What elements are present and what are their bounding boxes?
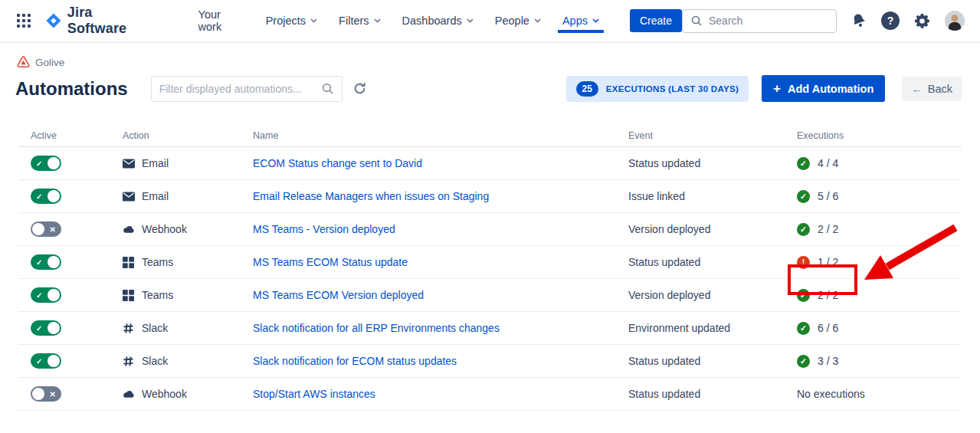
event-label: Status updated bbox=[628, 355, 797, 367]
executions-value: 4 / 4 bbox=[818, 157, 838, 169]
nav-item-people[interactable]: People bbox=[484, 8, 552, 33]
app-switcher-icon[interactable] bbox=[17, 14, 31, 28]
table-row: ✓ Slack Slack notification for all ERP E… bbox=[18, 312, 962, 345]
slack-icon bbox=[123, 356, 135, 367]
jira-diamond-icon bbox=[45, 12, 62, 29]
search-input[interactable] bbox=[709, 15, 828, 27]
automation-name-link[interactable]: MS Teams ECOM Status update bbox=[253, 256, 408, 268]
active-toggle[interactable]: ✕ bbox=[31, 221, 61, 237]
column-header-active: Active bbox=[31, 130, 123, 141]
automation-name-link[interactable]: Slack notification for all ERP Environme… bbox=[253, 322, 500, 334]
left-arrow-icon: ← bbox=[911, 83, 923, 95]
error-icon: ! bbox=[797, 256, 810, 269]
email-icon bbox=[123, 159, 135, 169]
plus-icon: + bbox=[773, 82, 781, 95]
executions-value: 6 / 6 bbox=[818, 322, 838, 334]
breadcrumb-label: Golive bbox=[35, 57, 64, 68]
event-label: Version deployed bbox=[628, 223, 797, 235]
executions-value: 1 / 2 bbox=[818, 256, 838, 268]
executions-value: 3 / 3 bbox=[818, 355, 838, 367]
jira-logo[interactable]: Jira Software bbox=[45, 5, 156, 37]
search-icon bbox=[690, 15, 703, 27]
success-check-icon: ✓ bbox=[797, 190, 810, 203]
chevron-down-icon bbox=[374, 18, 381, 23]
nav-item-filters[interactable]: Filters bbox=[328, 8, 391, 33]
table-row: ✕ Webhook MS Teams - Version deployed Ve… bbox=[18, 213, 962, 246]
page-title: Automations bbox=[15, 78, 128, 100]
filter-input[interactable] bbox=[159, 83, 321, 95]
table-row: ✓ Teams MS Teams ECOM Status update Stat… bbox=[18, 246, 962, 279]
nav-item-your-work[interactable]: Your work bbox=[188, 8, 255, 33]
chevron-down-icon bbox=[592, 18, 599, 23]
success-check-icon: ✓ bbox=[797, 322, 810, 335]
table-row: ✓ Slack Slack notification for ECOM stat… bbox=[18, 345, 962, 378]
automations-table: Active Action Name Event Executions ✓ Em… bbox=[18, 130, 962, 411]
settings-gear-icon[interactable] bbox=[913, 12, 931, 30]
add-automation-button[interactable]: + Add Automation bbox=[762, 75, 885, 102]
column-header-executions: Executions bbox=[797, 130, 962, 141]
nav-item-projects[interactable]: Projects bbox=[255, 8, 328, 33]
executions-badge[interactable]: 25 EXECUTIONS (LAST 30 DAYS) bbox=[566, 76, 749, 102]
top-navigation: Jira Software Your work Projects Filters… bbox=[0, 0, 980, 43]
executions-value: 2 / 2 bbox=[818, 223, 838, 235]
active-toggle[interactable]: ✓ bbox=[31, 156, 61, 171]
nav-item-dashboards[interactable]: Dashboards bbox=[392, 8, 484, 33]
column-header-name: Name bbox=[253, 130, 628, 141]
teams-icon bbox=[123, 257, 135, 268]
webhook-icon bbox=[123, 225, 135, 235]
success-check-icon: ✓ bbox=[797, 355, 810, 368]
event-label: Issue linked bbox=[628, 190, 797, 202]
table-row: ✓ Email Email Release Managers when issu… bbox=[18, 180, 962, 213]
active-toggle[interactable]: ✓ bbox=[31, 254, 61, 270]
automation-name-link[interactable]: ECOM Status change sent to David bbox=[253, 157, 422, 169]
automation-name-link[interactable]: MS Teams - Version deployed bbox=[253, 223, 395, 235]
automation-name-link[interactable]: Stop/Start AWS instances bbox=[253, 388, 375, 400]
webhook-icon bbox=[123, 389, 135, 399]
slack-icon bbox=[123, 323, 135, 334]
email-icon bbox=[123, 192, 135, 202]
automation-name-link[interactable]: Slack notification for ECOM status updat… bbox=[253, 355, 457, 367]
active-toggle[interactable]: ✓ bbox=[31, 353, 61, 369]
success-check-icon: ✓ bbox=[797, 289, 810, 302]
event-label: Status updated bbox=[628, 157, 797, 169]
executions-value: 5 / 6 bbox=[818, 190, 838, 202]
user-avatar[interactable] bbox=[945, 11, 965, 31]
active-toggle[interactable]: ✓ bbox=[31, 287, 61, 303]
breadcrumb[interactable]: Golive bbox=[17, 56, 64, 68]
automation-name-link[interactable]: MS Teams ECOM Version deployed bbox=[253, 289, 424, 301]
filter-field bbox=[151, 76, 343, 102]
table-row: ✓ Teams MS Teams ECOM Version deployed V… bbox=[18, 279, 962, 312]
automation-name-link[interactable]: Email Release Managers when issues on St… bbox=[253, 190, 489, 202]
help-icon[interactable]: ? bbox=[881, 11, 900, 30]
teams-icon bbox=[123, 290, 135, 301]
active-toggle[interactable]: ✕ bbox=[31, 386, 61, 402]
chevron-down-icon bbox=[534, 18, 541, 23]
chevron-down-icon bbox=[310, 18, 317, 23]
executions-value: 2 / 2 bbox=[818, 289, 838, 301]
active-toggle[interactable]: ✓ bbox=[31, 320, 61, 336]
success-check-icon: ✓ bbox=[797, 223, 810, 236]
main-nav: Your work Projects Filters Dashboards Pe… bbox=[188, 8, 610, 33]
golive-logo-icon bbox=[17, 56, 30, 68]
column-header-action: Action bbox=[123, 130, 253, 141]
active-toggle[interactable]: ✓ bbox=[31, 189, 61, 204]
table-row: ✕ Webhook Stop/Start AWS instances Statu… bbox=[18, 378, 962, 411]
executions-value: No executions bbox=[797, 388, 865, 400]
global-search bbox=[682, 9, 837, 33]
create-button[interactable]: Create bbox=[630, 9, 682, 32]
search-icon bbox=[321, 82, 334, 95]
chevron-down-icon bbox=[467, 18, 474, 23]
event-label: Status updated bbox=[628, 388, 797, 400]
refresh-icon[interactable] bbox=[353, 82, 366, 95]
column-header-event: Event bbox=[628, 130, 797, 141]
brand-name: Jira Software bbox=[67, 5, 156, 37]
executions-label: EXECUTIONS (LAST 30 DAYS) bbox=[606, 84, 739, 93]
notifications-bell-icon[interactable] bbox=[851, 12, 867, 29]
nav-item-apps[interactable]: Apps bbox=[552, 8, 610, 33]
back-button[interactable]: ← Back bbox=[902, 77, 962, 101]
table-header: Active Action Name Event Executions bbox=[18, 130, 962, 147]
event-label: Version deployed bbox=[628, 289, 797, 301]
table-row: ✓ Email ECOM Status change sent to David… bbox=[18, 147, 962, 180]
event-label: Environment updated bbox=[628, 322, 797, 334]
event-label: Status updated bbox=[628, 256, 797, 268]
